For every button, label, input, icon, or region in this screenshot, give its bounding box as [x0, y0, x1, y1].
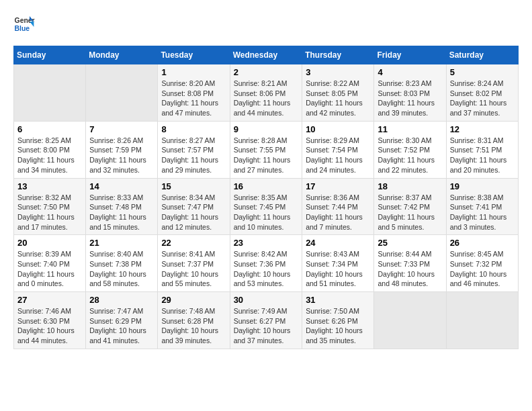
weekday-header-tuesday: Tuesday: [158, 46, 230, 64]
day-info: Sunrise: 7:49 AMSunset: 6:27 PMDaylight:…: [234, 306, 299, 346]
day-number: 30: [234, 295, 299, 305]
calendar-cell: 19Sunrise: 8:38 AMSunset: 7:41 PMDayligh…: [446, 178, 518, 235]
calendar-cell: 31Sunrise: 7:50 AMSunset: 6:26 PMDayligh…: [302, 292, 374, 349]
calendar-cell: 4Sunrise: 8:23 AMSunset: 8:03 PMDaylight…: [374, 64, 446, 122]
calendar-table: SundayMondayTuesdayWednesdayThursdayFrid…: [13, 46, 519, 349]
day-number: 3: [306, 67, 370, 77]
calendar-cell: 1Sunrise: 8:20 AMSunset: 8:08 PMDaylight…: [158, 64, 230, 122]
day-number: 8: [161, 124, 226, 134]
day-number: 27: [17, 295, 82, 305]
calendar-cell: 30Sunrise: 7:49 AMSunset: 6:27 PMDayligh…: [230, 292, 302, 349]
day-info: Sunrise: 7:46 AMSunset: 6:30 PMDaylight:…: [17, 306, 82, 346]
day-info: Sunrise: 8:27 AMSunset: 7:57 PMDaylight:…: [161, 136, 226, 175]
calendar-cell: 23Sunrise: 8:42 AMSunset: 7:36 PMDayligh…: [230, 235, 302, 292]
calendar-week-row: 6Sunrise: 8:25 AMSunset: 8:00 PMDaylight…: [14, 121, 519, 178]
calendar-week-row: 1Sunrise: 8:20 AMSunset: 8:08 PMDaylight…: [14, 64, 519, 122]
calendar-cell: 12Sunrise: 8:31 AMSunset: 7:51 PMDayligh…: [446, 121, 518, 178]
day-number: 29: [161, 295, 226, 305]
calendar-cell: 17Sunrise: 8:36 AMSunset: 7:44 PMDayligh…: [302, 178, 374, 235]
day-number: 13: [17, 181, 82, 191]
day-number: 31: [306, 295, 370, 305]
day-info: Sunrise: 8:31 AMSunset: 7:51 PMDaylight:…: [450, 136, 515, 175]
calendar-cell: 15Sunrise: 8:34 AMSunset: 7:47 PMDayligh…: [158, 178, 230, 235]
calendar-cell: 3Sunrise: 8:22 AMSunset: 8:05 PMDaylight…: [302, 64, 374, 122]
calendar-cell: 7Sunrise: 8:26 AMSunset: 7:59 PMDaylight…: [86, 121, 158, 178]
calendar-cell: 24Sunrise: 8:43 AMSunset: 7:34 PMDayligh…: [302, 235, 374, 292]
day-number: 9: [234, 124, 299, 134]
calendar-cell: 16Sunrise: 8:35 AMSunset: 7:45 PMDayligh…: [230, 178, 302, 235]
weekday-header-row: SundayMondayTuesdayWednesdayThursdayFrid…: [14, 46, 519, 64]
day-number: 2: [234, 67, 299, 77]
day-number: 11: [378, 124, 442, 134]
day-number: 1: [161, 67, 226, 77]
day-info: Sunrise: 8:37 AMSunset: 7:42 PMDaylight:…: [378, 193, 442, 232]
calendar-cell: 29Sunrise: 7:48 AMSunset: 6:28 PMDayligh…: [158, 292, 230, 349]
day-info: Sunrise: 8:41 AMSunset: 7:37 PMDaylight:…: [161, 249, 226, 289]
day-number: 20: [17, 238, 82, 248]
weekday-header-monday: Monday: [86, 46, 158, 64]
day-number: 16: [234, 181, 299, 191]
day-info: Sunrise: 8:32 AMSunset: 7:50 PMDaylight:…: [17, 193, 82, 232]
calendar-cell: [14, 64, 86, 122]
day-number: 14: [89, 181, 154, 191]
day-number: 15: [161, 181, 226, 191]
day-number: 19: [450, 181, 515, 191]
day-number: 12: [450, 124, 515, 134]
calendar-cell: 6Sunrise: 8:25 AMSunset: 8:00 PMDaylight…: [14, 121, 86, 178]
day-info: Sunrise: 8:45 AMSunset: 7:32 PMDaylight:…: [450, 249, 515, 289]
day-number: 18: [378, 181, 442, 191]
calendar-week-row: 20Sunrise: 8:39 AMSunset: 7:40 PMDayligh…: [14, 235, 519, 292]
day-number: 5: [450, 67, 515, 77]
day-info: Sunrise: 7:47 AMSunset: 6:29 PMDaylight:…: [89, 306, 154, 346]
day-info: Sunrise: 8:43 AMSunset: 7:34 PMDaylight:…: [306, 249, 370, 289]
day-info: Sunrise: 8:26 AMSunset: 7:59 PMDaylight:…: [89, 136, 154, 175]
day-info: Sunrise: 8:22 AMSunset: 8:05 PMDaylight:…: [306, 79, 370, 118]
calendar-cell: 20Sunrise: 8:39 AMSunset: 7:40 PMDayligh…: [14, 235, 86, 292]
day-info: Sunrise: 8:39 AMSunset: 7:40 PMDaylight:…: [17, 249, 82, 289]
day-number: 28: [89, 295, 154, 305]
day-info: Sunrise: 8:24 AMSunset: 8:02 PMDaylight:…: [450, 79, 515, 118]
day-info: Sunrise: 7:48 AMSunset: 6:28 PMDaylight:…: [161, 306, 226, 346]
calendar-cell: 26Sunrise: 8:45 AMSunset: 7:32 PMDayligh…: [446, 235, 518, 292]
calendar-cell: [86, 64, 158, 122]
day-number: 24: [306, 238, 370, 248]
day-info: Sunrise: 8:20 AMSunset: 8:08 PMDaylight:…: [161, 79, 226, 118]
logo: General Blue: [13, 13, 35, 35]
weekday-header-sunday: Sunday: [14, 46, 86, 64]
calendar-cell: 27Sunrise: 7:46 AMSunset: 6:30 PMDayligh…: [14, 292, 86, 349]
calendar-week-row: 13Sunrise: 8:32 AMSunset: 7:50 PMDayligh…: [14, 178, 519, 235]
weekday-header-friday: Friday: [374, 46, 446, 64]
day-number: 21: [89, 238, 154, 248]
day-number: 7: [89, 124, 154, 134]
day-info: Sunrise: 8:25 AMSunset: 8:00 PMDaylight:…: [17, 136, 82, 175]
day-info: Sunrise: 8:38 AMSunset: 7:41 PMDaylight:…: [450, 193, 515, 232]
svg-text:Blue: Blue: [15, 25, 30, 32]
page-header: General Blue: [13, 13, 519, 35]
day-number: 17: [306, 181, 370, 191]
day-info: Sunrise: 8:40 AMSunset: 7:38 PMDaylight:…: [89, 249, 154, 289]
calendar-cell: 5Sunrise: 8:24 AMSunset: 8:02 PMDaylight…: [446, 64, 518, 122]
day-number: 25: [378, 238, 442, 248]
day-info: Sunrise: 8:35 AMSunset: 7:45 PMDaylight:…: [234, 193, 299, 232]
day-info: Sunrise: 7:50 AMSunset: 6:26 PMDaylight:…: [306, 306, 370, 346]
day-info: Sunrise: 8:36 AMSunset: 7:44 PMDaylight:…: [306, 193, 370, 232]
day-info: Sunrise: 8:21 AMSunset: 8:06 PMDaylight:…: [234, 79, 299, 118]
weekday-header-saturday: Saturday: [446, 46, 518, 64]
day-info: Sunrise: 8:29 AMSunset: 7:54 PMDaylight:…: [306, 136, 370, 175]
day-number: 22: [161, 238, 226, 248]
calendar-cell: [446, 292, 518, 349]
logo-icon: General Blue: [13, 13, 35, 35]
day-number: 26: [450, 238, 515, 248]
calendar-cell: 22Sunrise: 8:41 AMSunset: 7:37 PMDayligh…: [158, 235, 230, 292]
day-info: Sunrise: 8:30 AMSunset: 7:52 PMDaylight:…: [378, 136, 442, 175]
calendar-week-row: 27Sunrise: 7:46 AMSunset: 6:30 PMDayligh…: [14, 292, 519, 349]
day-number: 23: [234, 238, 299, 248]
calendar-cell: 9Sunrise: 8:28 AMSunset: 7:55 PMDaylight…: [230, 121, 302, 178]
calendar-cell: 10Sunrise: 8:29 AMSunset: 7:54 PMDayligh…: [302, 121, 374, 178]
day-number: 4: [378, 67, 442, 77]
day-info: Sunrise: 8:34 AMSunset: 7:47 PMDaylight:…: [161, 193, 226, 232]
calendar-cell: 18Sunrise: 8:37 AMSunset: 7:42 PMDayligh…: [374, 178, 446, 235]
calendar-cell: 8Sunrise: 8:27 AMSunset: 7:57 PMDaylight…: [158, 121, 230, 178]
calendar-cell: 21Sunrise: 8:40 AMSunset: 7:38 PMDayligh…: [86, 235, 158, 292]
day-info: Sunrise: 8:23 AMSunset: 8:03 PMDaylight:…: [378, 79, 442, 118]
